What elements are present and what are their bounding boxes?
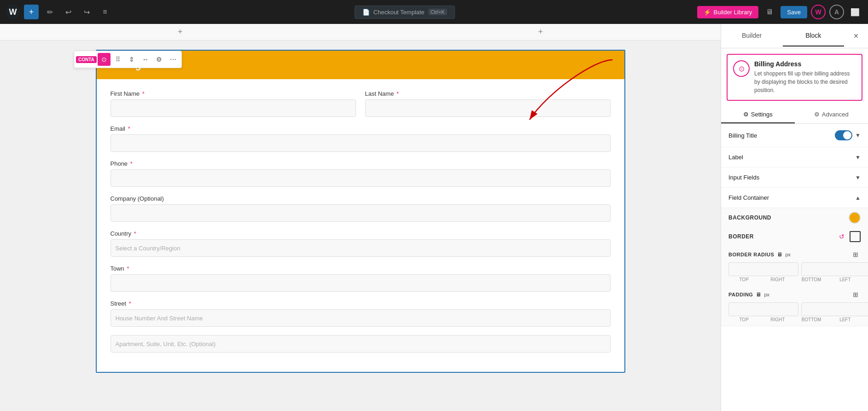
- field-container-chevron[interactable]: [855, 195, 861, 201]
- first-name-input[interactable]: [111, 99, 356, 117]
- country-input[interactable]: [111, 239, 611, 257]
- keyboard-shortcut: Ctrl+K: [428, 9, 447, 15]
- add-block-top-right[interactable]: +: [361, 27, 721, 37]
- town-label: Town *: [111, 265, 611, 272]
- billing-title-section[interactable]: Billing Title: [721, 124, 868, 147]
- wp-logo[interactable]: W: [6, 5, 20, 19]
- padding-unit: px: [764, 292, 769, 297]
- last-name-input[interactable]: [365, 99, 611, 117]
- pad-top-label: TOP: [728, 317, 759, 322]
- street-label: Street *: [111, 300, 611, 307]
- toolbar-move-icon[interactable]: ⠿: [111, 53, 124, 66]
- block-title: Billing Address: [754, 60, 856, 68]
- pad-left-label: LEFT: [830, 317, 861, 322]
- redo-button[interactable]: ↪: [79, 5, 94, 19]
- border-radius-top[interactable]: 4: [728, 262, 798, 276]
- br-top-label: TOP: [728, 277, 759, 282]
- first-name-required: *: [142, 90, 145, 97]
- input-fields-chevron[interactable]: [855, 174, 861, 181]
- border-style-icon[interactable]: [850, 231, 861, 242]
- billing-title-controls: [835, 130, 861, 140]
- device-preview-button[interactable]: 🖥: [762, 5, 777, 19]
- sidebar-toggle-button[interactable]: ⬜: [848, 5, 862, 19]
- tab-block[interactable]: Block: [783, 25, 845, 46]
- toolbar-block-icon[interactable]: ⊙: [98, 53, 111, 66]
- canvas-wrapper: Billing Details First Name *: [0, 41, 721, 382]
- template-doc-icon: 📄: [362, 9, 370, 16]
- pad-right-label: RIGHT: [762, 317, 793, 322]
- apartment-group: [111, 335, 611, 353]
- padding-top[interactable]: 20: [728, 302, 798, 316]
- astra-icon[interactable]: A: [829, 5, 844, 19]
- topbar-right: ⚡ Builder Library 🖥 Save W A ⬜: [697, 5, 862, 19]
- border-radius-link-button[interactable]: ⊞: [851, 249, 861, 260]
- canvas-frame: Billing Details First Name *: [96, 50, 625, 373]
- apartment-row: [111, 335, 611, 353]
- billing-block-icon: ⊙: [733, 60, 750, 77]
- border-controls: ↺: [837, 231, 861, 242]
- field-container-label: Field Container: [728, 194, 769, 201]
- padding-label: PADDING: [728, 292, 753, 297]
- tab-builder[interactable]: Builder: [721, 25, 783, 46]
- field-container-controls: [855, 195, 861, 201]
- padding-right[interactable]: 201: [801, 302, 868, 316]
- edit-button[interactable]: ✏: [42, 5, 57, 19]
- woo-icon[interactable]: W: [811, 5, 826, 19]
- company-input[interactable]: [111, 204, 611, 222]
- town-group: Town *: [111, 265, 611, 292]
- padding-label-row: PADDING 🖥 px ⊞: [728, 289, 861, 300]
- company-label: Company (Optional): [111, 195, 611, 202]
- billing-title-chevron[interactable]: [855, 132, 861, 139]
- billing-title-toggle[interactable]: [835, 130, 852, 140]
- border-radius-unit: px: [785, 252, 791, 257]
- billing-title: Billing Details: [111, 59, 611, 71]
- tab-advanced[interactable]: ⚙ Advanced: [795, 106, 868, 123]
- street-row: Street *: [111, 300, 611, 327]
- add-block-button[interactable]: +: [24, 5, 39, 19]
- border-radius-label: BORDER RADIUS: [728, 252, 774, 257]
- border-radius-right[interactable]: 4: [801, 262, 868, 276]
- town-input[interactable]: [111, 274, 611, 292]
- builder-library-button[interactable]: ⚡ Builder Library: [697, 6, 759, 18]
- label-chevron[interactable]: [855, 154, 861, 161]
- background-color-swatch[interactable]: [849, 212, 861, 224]
- panel-close-button[interactable]: ×: [848, 28, 864, 44]
- save-button[interactable]: Save: [781, 6, 807, 18]
- undo-button[interactable]: ↩: [61, 5, 76, 19]
- padding-row: PADDING 🖥 px ⊞ 20 201 100 200 TOP RIGHT: [721, 286, 868, 326]
- field-container-content: BACKGROUND BORDER ↺ BORDER RA: [721, 208, 868, 326]
- tab-settings[interactable]: ⚙ Settings: [721, 106, 795, 123]
- border-radius-sublabels: TOP RIGHT BOTTOM LEFT: [728, 277, 861, 282]
- advanced-label: Advanced: [822, 111, 849, 118]
- phone-input[interactable]: [111, 169, 611, 187]
- toolbar-more-icon[interactable]: ⋯: [167, 53, 180, 66]
- toolbar-resize-icon[interactable]: ↔: [139, 53, 152, 66]
- list-button[interactable]: ≡: [98, 5, 112, 19]
- email-input[interactable]: [111, 134, 611, 152]
- billing-title-label: Billing Title: [728, 132, 757, 139]
- block-info-card: ⊙ Billing Address Let shoppers fill up t…: [727, 54, 862, 101]
- background-controls: [849, 212, 861, 224]
- block-info-text: Billing Address Let shoppers fill up the…: [754, 60, 856, 94]
- checkout-template-text: Checkout Template: [373, 9, 425, 16]
- toolbar-collapse-icon[interactable]: ⇕: [125, 53, 138, 66]
- advanced-icon: ⚙: [814, 111, 820, 118]
- name-row: First Name * Last Name *: [111, 90, 611, 117]
- street-input[interactable]: [111, 309, 611, 327]
- input-fields-section[interactable]: Input Fields: [721, 168, 868, 188]
- padding-link-button[interactable]: ⊞: [851, 289, 861, 300]
- first-name-label: First Name *: [111, 90, 356, 97]
- toolbar-settings-icon[interactable]: ⚙: [153, 53, 166, 66]
- add-block-top-left[interactable]: +: [0, 27, 361, 37]
- input-fields-label: Input Fields: [728, 174, 759, 181]
- phone-required: *: [130, 160, 133, 167]
- field-container-section[interactable]: Field Container: [721, 188, 868, 208]
- email-row: Email *: [111, 125, 611, 152]
- apartment-input[interactable]: [111, 335, 611, 353]
- checkout-template-label[interactable]: 📄 Checkout Template Ctrl+K: [355, 6, 455, 19]
- top-plus-row: + +: [0, 24, 721, 41]
- pad-bottom-label: BOTTOM: [796, 317, 827, 322]
- billing-form: First Name * Last Name *: [97, 79, 624, 372]
- label-section[interactable]: Label: [721, 147, 868, 168]
- border-reset-button[interactable]: ↺: [837, 232, 847, 242]
